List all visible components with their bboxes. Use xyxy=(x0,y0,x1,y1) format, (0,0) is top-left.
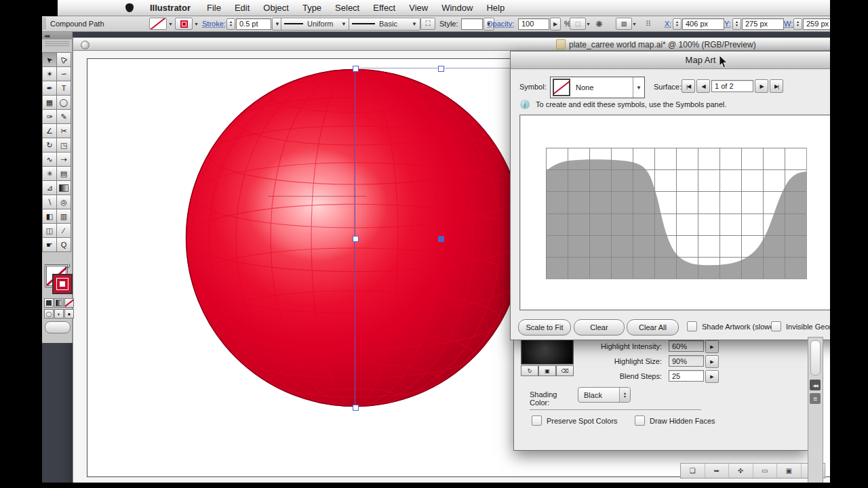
column-graph-tool[interactable]: ▥ xyxy=(56,209,71,224)
highlight-intensity-arrow[interactable]: ▶ xyxy=(705,340,719,353)
selection-handle-top[interactable] xyxy=(353,66,359,72)
stroke-weight-field[interactable]: 0.5 pt xyxy=(236,18,271,30)
brush-dropdown[interactable]: Basic ▼ xyxy=(349,18,420,30)
menu-item[interactable]: Effect xyxy=(366,3,402,13)
free-transform-tool[interactable]: ◳ xyxy=(56,138,71,152)
stroke-color-swatch[interactable] xyxy=(175,18,193,30)
target-icon[interactable]: ✜ xyxy=(729,464,753,478)
menu-item[interactable]: Object xyxy=(256,3,296,13)
surface-first-button[interactable]: |◀ xyxy=(682,79,695,93)
color-button[interactable] xyxy=(44,298,54,308)
slice-tool[interactable]: ◫ xyxy=(42,223,57,238)
stroke-swatch[interactable] xyxy=(52,274,73,294)
new-layer-icon[interactable]: ▣ xyxy=(777,464,802,478)
rotate-tool[interactable]: ↻ xyxy=(42,138,57,152)
highlight-size-arrow[interactable]: ▶ xyxy=(705,355,719,368)
menu-item[interactable]: File xyxy=(200,3,228,13)
y-stepper[interactable]: ▲▼ xyxy=(732,18,741,30)
w-stepper[interactable]: ▲▼ xyxy=(793,18,802,30)
dock-scroll-track[interactable] xyxy=(810,340,821,375)
symbol-sprayer-tool[interactable]: ✳ xyxy=(42,166,57,181)
selection-anchor-right[interactable] xyxy=(438,236,444,242)
x-field[interactable]: 406 px xyxy=(682,18,724,30)
screen-mode-button[interactable]: ● xyxy=(64,309,74,319)
opacity-link[interactable]: Opacity: xyxy=(487,16,514,31)
x-stepper[interactable]: ▲▼ xyxy=(673,18,682,30)
swap-fill-stroke-icon[interactable]: ⤾ xyxy=(65,263,71,270)
surface-prev-button[interactable]: ◀ xyxy=(696,79,710,93)
draw-hidden-faces-checkbox[interactable] xyxy=(635,415,645,426)
blend-steps-arrow[interactable]: ▶ xyxy=(705,370,719,383)
highlight-size-field[interactable]: 90% xyxy=(669,355,704,367)
y-field[interactable]: 275 px xyxy=(742,18,784,30)
selection-handle-bottom[interactable] xyxy=(353,405,359,411)
tools-panel-header[interactable]: ◀◀ xyxy=(42,31,72,39)
blend-tool[interactable]: ◎ xyxy=(56,195,71,209)
isolate-selection-icon[interactable]: ⬚ xyxy=(570,18,586,30)
type-tool[interactable]: T xyxy=(56,81,71,96)
w-label[interactable]: W: xyxy=(784,16,793,31)
knife-tool[interactable]: ∕ xyxy=(56,223,71,238)
marquee-icon[interactable]: ▧ xyxy=(616,18,632,30)
window-close-button[interactable] xyxy=(81,41,90,49)
zoom-tool[interactable]: Q xyxy=(56,237,71,252)
shade-artwork-checkbox[interactable] xyxy=(687,321,697,331)
slice-icon[interactable]: ▭ xyxy=(753,464,778,478)
scale-to-fit-button[interactable]: Scale to Fit xyxy=(518,319,571,336)
chevron-down-icon[interactable]: ▼ xyxy=(586,16,591,31)
menu-item[interactable]: Window xyxy=(435,3,479,13)
release-icon[interactable]: ➥ xyxy=(705,464,730,478)
rectangular-grid-tool[interactable]: ▦ xyxy=(42,95,57,110)
menu-item[interactable]: Help xyxy=(479,3,511,13)
tools-panel-grip[interactable] xyxy=(45,41,69,47)
document-title-bar[interactable]: plate_carree world map.ai* @ 100% (RGB/P… xyxy=(73,38,831,51)
apple-menu-icon[interactable] xyxy=(125,3,134,12)
x-label[interactable]: X: xyxy=(665,16,671,31)
make-clipping-mask-icon[interactable]: ❏ xyxy=(681,464,705,478)
scale-tool[interactable]: ⊿ xyxy=(42,180,57,195)
none-button[interactable] xyxy=(64,298,74,308)
pen-tool[interactable]: ✒ xyxy=(42,81,57,96)
opacity-arrow[interactable]: ▶ xyxy=(550,18,561,30)
lasso-tool[interactable]: ∽ xyxy=(56,66,71,81)
mesh-tool[interactable]: ▤ xyxy=(56,166,71,181)
screen-mode-button[interactable]: ◐ xyxy=(54,309,64,319)
surface-next-button[interactable]: ▶ xyxy=(755,79,768,93)
width-profile-dropdown[interactable]: Uniform ▼ xyxy=(281,18,350,30)
chevron-down-icon[interactable]: ▼ xyxy=(632,16,637,31)
pencil-tool[interactable]: ✎ xyxy=(56,109,71,124)
selection-handle-top-right[interactable] xyxy=(438,66,444,72)
shading-color-dropdown[interactable]: Black ▲▼ xyxy=(578,387,631,403)
hand-tool[interactable]: ☛ xyxy=(42,237,57,252)
direct-selection-tool[interactable]: ➤ xyxy=(56,52,71,67)
shear-tool[interactable]: ∠ xyxy=(42,123,57,138)
stroke-stepper[interactable]: ▲▼ xyxy=(226,18,235,30)
recolor-artwork-icon[interactable]: ✺ xyxy=(595,16,603,31)
magic-wand-tool[interactable]: ✶ xyxy=(42,66,57,81)
opacity-field[interactable]: 100 xyxy=(518,18,549,30)
warp-tool[interactable]: ∿ xyxy=(42,152,57,167)
align-dots-icon[interactable]: ⠿ xyxy=(646,16,651,31)
gradient-tool[interactable] xyxy=(56,180,71,195)
menu-item[interactable]: Type xyxy=(296,3,328,13)
toolbar-bottom-button[interactable] xyxy=(45,321,71,333)
gradient-button[interactable] xyxy=(54,298,64,308)
symbol-dropdown[interactable]: None ▼ xyxy=(550,77,645,98)
chevron-down-icon[interactable]: ▼ xyxy=(194,22,199,26)
clear-button[interactable]: Clear xyxy=(574,319,625,336)
screen-mode-button[interactable]: ◯ xyxy=(44,309,54,319)
map-art-preview[interactable] xyxy=(519,115,868,310)
clear-all-button[interactable]: Clear All xyxy=(627,319,679,336)
scissors-tool[interactable]: ✂ xyxy=(56,123,71,138)
live-paint-bucket-tool[interactable]: ◧ xyxy=(42,209,57,224)
menu-item[interactable]: View xyxy=(402,3,435,13)
new-light-button[interactable]: ▣ xyxy=(538,365,556,376)
rotate-light-button[interactable]: ↻ xyxy=(521,365,538,376)
dock-collapse-button[interactable]: ◀◀ xyxy=(810,380,821,390)
invisible-geometry-checkbox[interactable] xyxy=(771,321,781,331)
surface-last-button[interactable]: ▶| xyxy=(770,79,783,93)
eyedropper-tool[interactable]: ∖ xyxy=(42,195,57,209)
brush-options-icon[interactable]: ⛶ xyxy=(420,18,435,30)
ellipse-tool[interactable]: ◯ xyxy=(56,95,71,110)
menu-item[interactable]: Edit xyxy=(228,3,256,13)
